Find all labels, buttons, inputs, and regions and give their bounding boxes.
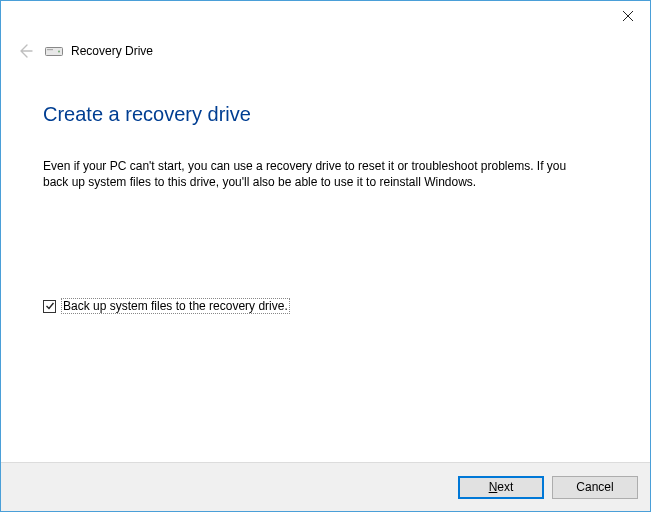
content-area: Create a recovery drive Even if your PC … [1, 65, 650, 462]
description-text: Even if your PC can't start, you can use… [43, 158, 583, 190]
backup-checkbox[interactable] [43, 300, 56, 313]
window-title: Recovery Drive [71, 44, 153, 58]
backup-checkbox-row[interactable]: Back up system files to the recovery dri… [43, 298, 608, 314]
cancel-button[interactable]: Cancel [552, 476, 638, 499]
next-button-accelerator: N [489, 480, 498, 494]
header-row: Recovery Drive [1, 31, 650, 65]
close-button[interactable] [606, 1, 650, 31]
backup-checkbox-label[interactable]: Back up system files to the recovery dri… [61, 298, 290, 314]
close-icon [623, 11, 633, 21]
page-heading: Create a recovery drive [43, 103, 608, 126]
next-button-rest: ext [497, 480, 513, 494]
svg-rect-3 [47, 49, 53, 50]
wizard-footer: Next Cancel [1, 462, 650, 511]
next-button[interactable]: Next [458, 476, 544, 499]
drive-icon [45, 45, 63, 57]
titlebar [1, 1, 650, 31]
back-arrow-icon [17, 43, 33, 59]
back-button [15, 41, 35, 61]
svg-point-4 [58, 51, 60, 53]
recovery-drive-wizard: Recovery Drive Create a recovery drive E… [0, 0, 651, 512]
checkmark-icon [45, 301, 55, 311]
